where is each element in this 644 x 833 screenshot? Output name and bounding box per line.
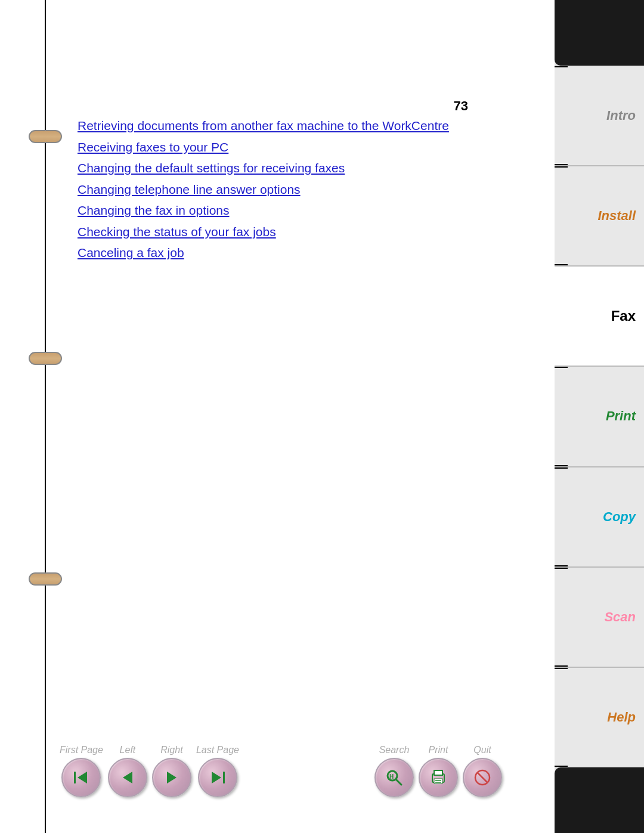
- link-retrieving[interactable]: Retrieving documents from another fax ma…: [78, 116, 495, 135]
- sidebar-tab-fax[interactable]: Fax: [555, 266, 644, 366]
- sidebar-tab-help[interactable]: Help: [555, 667, 644, 767]
- first-page-icon: [70, 767, 92, 788]
- ring-binder-2: [29, 352, 62, 365]
- svg-line-15: [478, 773, 487, 782]
- link-changing-default[interactable]: Changing the default settings for receiv…: [78, 159, 495, 178]
- sidebar-tab-intro[interactable]: Intro: [555, 66, 644, 166]
- search-button[interactable]: H: [374, 758, 414, 797]
- svg-marker-2: [123, 772, 132, 784]
- right-label: Right: [160, 745, 182, 755]
- tab-connector-intro-bottom: [555, 164, 568, 165]
- print-nav-label: Print: [429, 745, 448, 755]
- navigation-bar: First Page Left Right: [60, 745, 507, 797]
- tab-connector-install-bottom: [555, 264, 568, 265]
- first-page-label: First Page: [60, 745, 103, 755]
- left-label: Left: [120, 745, 136, 755]
- main-content: 73 Retrieving documents from another fax…: [0, 0, 555, 833]
- last-page-label: Last Page: [196, 745, 239, 755]
- link-changing-telephone[interactable]: Changing telephone line answer options: [78, 180, 495, 199]
- link-receiving[interactable]: Receiving faxes to your PC: [78, 138, 495, 157]
- svg-rect-5: [223, 772, 225, 784]
- link-changing-fax[interactable]: Changing the fax in options: [78, 201, 495, 220]
- sidebar-bottom: [555, 767, 644, 833]
- svg-marker-1: [78, 772, 87, 784]
- svg-rect-11: [434, 779, 442, 784]
- tab-connector-print-top: [555, 367, 568, 368]
- sidebar-tab-install[interactable]: Install: [555, 166, 644, 266]
- sidebar-scan-label: Scan: [604, 609, 636, 625]
- sidebar-tab-print[interactable]: Print: [555, 366, 644, 466]
- tab-connector-help-bottom: [555, 766, 568, 767]
- svg-marker-3: [167, 772, 177, 784]
- left-group: Left: [108, 745, 147, 797]
- tab-connector-install-top: [555, 166, 568, 168]
- svg-rect-0: [74, 772, 76, 784]
- page-number: 73: [454, 98, 468, 114]
- first-page-button[interactable]: [61, 758, 101, 797]
- quit-label: Quit: [473, 745, 491, 755]
- sidebar-tab-copy[interactable]: Copy: [555, 467, 644, 567]
- right-icon: [161, 767, 182, 788]
- sidebar-tab-scan[interactable]: Scan: [555, 567, 644, 667]
- print-nav-group: Print: [419, 745, 458, 797]
- right-button[interactable]: [152, 758, 191, 797]
- first-page-group: First Page: [60, 745, 103, 797]
- svg-line-7: [396, 779, 401, 785]
- ring-binder-3: [29, 572, 62, 586]
- link-checking[interactable]: Checking the status of your fax jobs: [78, 222, 495, 241]
- sidebar-help-label: Help: [607, 710, 636, 725]
- tab-connector-print-bottom: [555, 465, 568, 466]
- sidebar-print-label: Print: [606, 408, 636, 424]
- quit-group: Quit: [463, 745, 502, 797]
- svg-rect-10: [434, 770, 442, 775]
- tab-connector-copy-bottom: [555, 565, 568, 566]
- ring-binder-1: [29, 130, 62, 143]
- link-canceling[interactable]: Canceling a fax job: [78, 243, 495, 262]
- tab-connector-copy-top: [555, 467, 568, 469]
- links-area: Retrieving documents from another fax ma…: [78, 116, 495, 265]
- quit-icon: [472, 767, 493, 788]
- last-page-button[interactable]: [198, 758, 237, 797]
- tab-connector-scan-bottom: [555, 665, 568, 667]
- sidebar-fax-label: Fax: [611, 308, 636, 324]
- left-icon: [117, 767, 138, 788]
- print-nav-button[interactable]: [419, 758, 458, 797]
- tab-connector-intro-top: [555, 66, 568, 67]
- search-icon: H: [383, 767, 405, 788]
- sidebar-intro-label: Intro: [606, 108, 636, 123]
- svg-marker-4: [212, 772, 221, 784]
- spine-line: [45, 0, 46, 833]
- search-group: Search H: [374, 745, 414, 797]
- last-page-group: Last Page: [196, 745, 239, 797]
- right-sidebar: Intro Install Fax Print Copy Scan Help: [555, 0, 644, 833]
- tab-connector-help-top: [555, 668, 568, 669]
- right-group: Right: [152, 745, 191, 797]
- sidebar-install-label: Install: [597, 208, 636, 224]
- search-label: Search: [379, 745, 410, 755]
- quit-button[interactable]: [463, 758, 502, 797]
- left-button[interactable]: [108, 758, 147, 797]
- svg-text:H: H: [389, 773, 394, 780]
- tab-connector-scan-top: [555, 568, 568, 569]
- sidebar-top: [555, 0, 644, 66]
- print-nav-icon: [428, 767, 449, 788]
- sidebar-copy-label: Copy: [603, 509, 636, 525]
- last-page-icon: [207, 767, 228, 788]
